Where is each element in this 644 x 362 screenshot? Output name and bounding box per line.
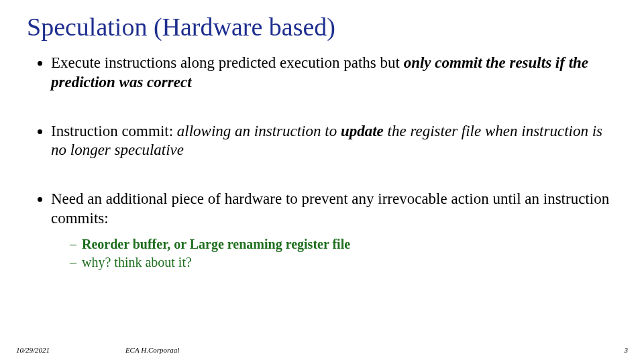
- slide: Speculation (Hardware based) Execute ins…: [0, 0, 644, 362]
- bullet-2-pre: Instruction commit:: [51, 123, 177, 139]
- footer-source: ECA H.Corporaal: [125, 346, 179, 354]
- bullet-list: Execute instructions along predicted exe…: [27, 54, 617, 272]
- bullet-2-it1: allowing an instruction to: [177, 123, 341, 139]
- sub-2-text: why? think about it?: [82, 255, 192, 269]
- footer-date: 10/29/2021: [16, 346, 50, 354]
- bullet-1: Execute instructions along predicted exe…: [51, 54, 617, 93]
- footer: 10/29/2021 ECA H.Corporaal 3: [16, 346, 628, 354]
- sub-1-text: Reorder buffer, or Large renaming regist…: [82, 237, 350, 251]
- bullet-2: Instruction commit: allowing an instruct…: [51, 122, 617, 161]
- slide-title: Speculation (Hardware based): [27, 12, 617, 42]
- bullet-3-text: Need an additional piece of hardware to …: [51, 190, 609, 227]
- sub-list: Reorder buffer, or Large renaming regist…: [51, 235, 617, 272]
- page-number: 3: [625, 346, 629, 354]
- bullet-3: Need an additional piece of hardware to …: [51, 190, 617, 272]
- sub-2: why? think about it?: [70, 253, 617, 272]
- bullet-2-bold: update: [341, 123, 384, 139]
- bullet-1-text: Execute instructions along predicted exe…: [51, 54, 404, 71]
- sub-1: Reorder buffer, or Large renaming regist…: [70, 235, 617, 253]
